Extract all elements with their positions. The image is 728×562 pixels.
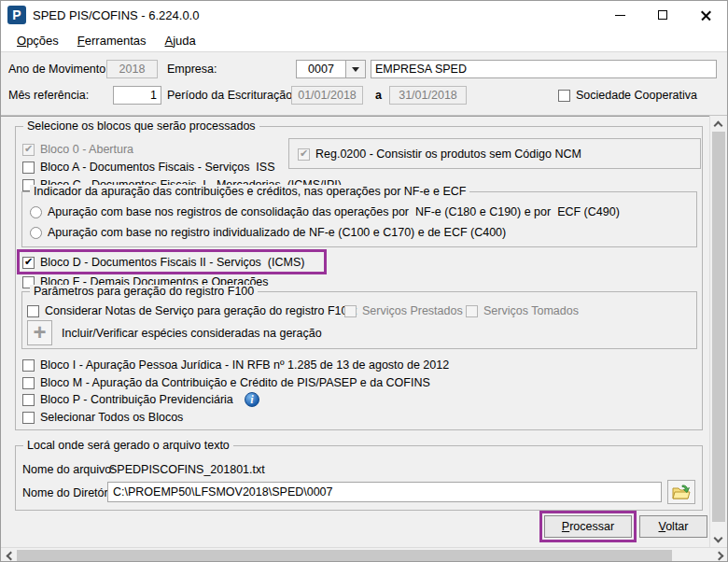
radio-apuracao-consolidacao[interactable]: Apuração com base nos registros de conso… bbox=[30, 204, 620, 219]
checkbox-icon bbox=[27, 305, 39, 317]
minimize-icon bbox=[615, 15, 625, 16]
checkbox-selecionar-todos[interactable]: Selecionar Todos os Blocos bbox=[22, 410, 183, 425]
reg0200-panel: Reg.0200 - Consistir os produtos sem Cód… bbox=[288, 138, 701, 169]
checkbox-label: Considerar Notas de Serviço para geração… bbox=[45, 303, 357, 318]
periodo-label: Período da Escrituração: bbox=[167, 88, 296, 103]
checkbox-icon bbox=[22, 162, 35, 174]
group-title: Indicador da apuração das contribuições … bbox=[30, 185, 469, 199]
checkbox-icon bbox=[344, 305, 357, 317]
group-indicador-apuracao: Indicador da apuração das contribuições … bbox=[21, 191, 697, 247]
scroll-left-button[interactable] bbox=[1, 548, 17, 562]
close-button[interactable] bbox=[684, 1, 727, 29]
checkbox-sociedade-cooperativa[interactable]: Sociedade Cooperativa bbox=[558, 88, 697, 103]
chevron-down-icon bbox=[352, 67, 359, 72]
checkbox-label: Selecionar Todos os Blocos bbox=[40, 410, 183, 425]
checkbox-bloco-d[interactable]: Bloco D - Documentos Fiscais II - Serviç… bbox=[22, 255, 304, 270]
mes-referencia-label: Mês referência: bbox=[8, 88, 89, 103]
menu-opcoes[interactable]: Opções bbox=[8, 31, 67, 50]
processar-label: Processar bbox=[562, 516, 614, 537]
checkbox-label: Bloco M - Apuração da Contribuição e Cré… bbox=[40, 375, 430, 390]
diretorio-input[interactable]: C:\PROEMP50\LFSMOV2018\SPED\0007 bbox=[107, 482, 662, 502]
checkbox-bloco-a[interactable]: Bloco A - Documentos Fiscais - Serviços … bbox=[22, 160, 274, 175]
minimize-button[interactable] bbox=[598, 1, 641, 29]
group-title: Selecione os blocos que serão processado… bbox=[23, 119, 259, 133]
mes-referencia-field[interactable]: 1 bbox=[113, 86, 161, 105]
scroll-down-button[interactable] bbox=[710, 531, 726, 547]
periodo-inicio-field: 01/01/2018 bbox=[291, 86, 363, 105]
menubar: Opções Ferramentas Ajuda bbox=[1, 29, 727, 52]
incluir-especies-label: Incluir/Verificar espécies consideradas … bbox=[62, 326, 322, 341]
checkbox-bloco-p[interactable]: Bloco P - Contribuição Previdenciária i bbox=[22, 392, 259, 407]
checkbox-bloco-m[interactable]: Bloco M - Apuração da Contribuição e Cré… bbox=[22, 375, 430, 390]
checkbox-label: Bloco A - Documentos Fiscais - Serviços … bbox=[40, 160, 274, 175]
vertical-scrollbar-thumb[interactable] bbox=[712, 132, 725, 522]
menu-ajuda[interactable]: Ajuda bbox=[157, 31, 204, 50]
browse-folder-button[interactable] bbox=[667, 480, 695, 504]
radio-apuracao-individualizado[interactable]: Apuração com base no registro individual… bbox=[30, 225, 506, 240]
window-controls bbox=[598, 1, 727, 29]
checkbox-servicos-prestados: Serviços Prestados bbox=[344, 303, 463, 318]
empresa-name-field[interactable]: EMPRESA SPED bbox=[371, 60, 717, 78]
checkbox-label: Serviços Prestados bbox=[362, 303, 463, 318]
info-icon[interactable]: i bbox=[245, 392, 259, 407]
horizontal-scrollbar[interactable] bbox=[1, 547, 728, 562]
checkbox-label: Bloco 0 - Abertura bbox=[40, 142, 133, 157]
empresa-code-field[interactable]: 0007 bbox=[296, 60, 346, 78]
incluir-especies-button[interactable]: + bbox=[27, 320, 52, 345]
checkbox-icon bbox=[22, 359, 35, 372]
app-window: P SPED PIS/COFINS - 6.224.0.0 Opções Fer… bbox=[0, 0, 728, 562]
checkbox-reg0200: Reg.0200 - Consistir os produtos sem Cód… bbox=[298, 147, 581, 162]
checkbox-label: Bloco D - Documentos Fiscais II - Serviç… bbox=[40, 255, 304, 270]
menu-ferramentas[interactable]: Ferramentas bbox=[69, 31, 155, 50]
empresa-label: Empresa: bbox=[167, 62, 217, 77]
group-selecione-blocos: Selecione os blocos que serão processado… bbox=[15, 126, 703, 430]
titlebar: P SPED PIS/COFINS - 6.224.0.0 bbox=[1, 1, 727, 29]
open-folder-icon bbox=[672, 485, 691, 500]
horizontal-scrollbar-thumb[interactable] bbox=[17, 550, 672, 562]
checkbox-checked-icon bbox=[22, 144, 35, 156]
checkbox-icon bbox=[558, 90, 570, 102]
chevron-up-icon bbox=[714, 120, 723, 130]
checkbox-servicos-tomados: Serviços Tomados bbox=[466, 303, 579, 318]
empresa-dropdown-button[interactable] bbox=[345, 60, 366, 78]
checkbox-bloco-0: Bloco 0 - Abertura bbox=[22, 142, 133, 157]
radio-label: Apuração com base nos registros de conso… bbox=[48, 204, 620, 219]
voltar-label: Voltar bbox=[659, 516, 689, 537]
maximize-icon bbox=[658, 10, 667, 20]
checkbox-label: Sociedade Cooperativa bbox=[576, 88, 697, 103]
nome-diretorio-label: Nome do Diretório: bbox=[22, 485, 120, 500]
app-icon: P bbox=[7, 6, 26, 24]
group-parametros-f100: Parâmetros para geração do registro F100… bbox=[21, 291, 697, 349]
radio-label: Apuração com base no registro individual… bbox=[48, 225, 506, 240]
plus-icon: + bbox=[33, 319, 46, 344]
vertical-scrollbar[interactable] bbox=[709, 116, 726, 547]
checkbox-label: Bloco I - Apuração Pessoa Jurídica - IN … bbox=[40, 358, 449, 372]
voltar-button[interactable]: Voltar bbox=[639, 515, 707, 538]
radio-icon bbox=[30, 227, 42, 239]
chevron-right-icon bbox=[714, 551, 723, 560]
checkbox-considerar-notas-f100[interactable]: Considerar Notas de Serviço para geração… bbox=[27, 303, 357, 318]
scroll-right-button[interactable] bbox=[712, 548, 728, 562]
checkbox-icon bbox=[22, 412, 35, 424]
ano-movimento-label: Ano de Movimento: bbox=[8, 62, 109, 77]
ano-movimento-field: 2018 bbox=[106, 60, 158, 78]
group-title: Parâmetros para geração do registro F100 bbox=[30, 285, 258, 299]
group-local-arquivo: Local onde será gerado o arquivo texto N… bbox=[15, 445, 703, 511]
checkbox-icon bbox=[466, 305, 478, 317]
maximize-button[interactable] bbox=[641, 1, 684, 29]
processar-button[interactable]: Processar bbox=[544, 515, 632, 538]
checkbox-bloco-i[interactable]: Bloco I - Apuração Pessoa Jurídica - IN … bbox=[22, 358, 449, 372]
chevron-down-icon bbox=[714, 533, 723, 542]
close-icon bbox=[700, 9, 712, 21]
checkbox-label: Bloco P - Contribuição Previdenciária bbox=[40, 392, 233, 407]
window-title: SPED PIS/COFINS - 6.224.0.0 bbox=[33, 8, 199, 22]
header-panel: Ano de Movimento: 2018 Empresa: 0007 EMP… bbox=[1, 53, 727, 116]
radio-icon bbox=[30, 206, 42, 218]
chevron-left-icon bbox=[6, 551, 15, 560]
checkbox-icon bbox=[22, 394, 35, 406]
checkbox-icon bbox=[22, 377, 35, 389]
nome-arquivo-value: SPEDPISCOFINS_201801.txt bbox=[109, 462, 265, 477]
scroll-up-button[interactable] bbox=[710, 116, 726, 132]
checkbox-checked-icon bbox=[22, 257, 35, 269]
group-title: Local onde será gerado o arquivo texto bbox=[23, 439, 233, 453]
